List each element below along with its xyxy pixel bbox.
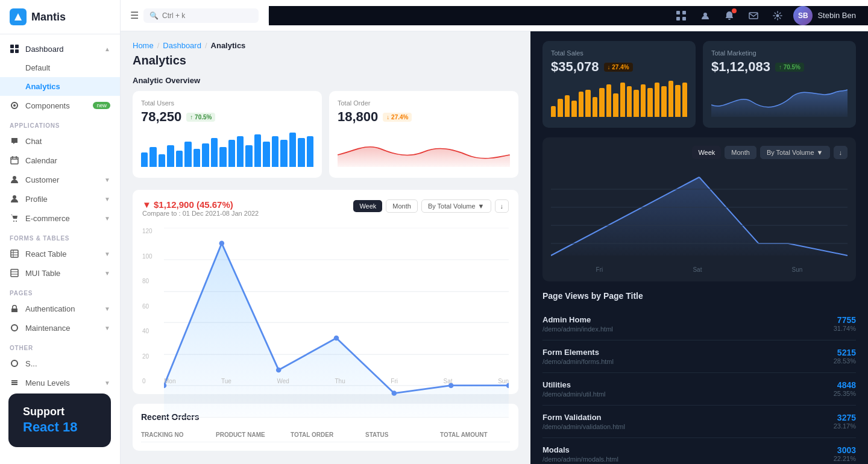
customer-chevron: ▼ — [104, 177, 110, 183]
sidebar-item-menu-levels[interactable]: Menu Levels ▼ — [0, 373, 120, 392]
total-sales-value: $35,078 — [551, 59, 599, 75]
month-button[interactable]: Month — [386, 199, 418, 213]
page-view-item-form-elements: Form Elements /demo/admin/forms.html 521… — [542, 340, 856, 373]
week-button[interactable]: Week — [353, 200, 382, 212]
col-total-amount: TOTAL AMOUNT — [440, 431, 510, 438]
sidebar-item-analytics[interactable]: Analytics — [0, 77, 120, 96]
menu-levels-chevron: ▼ — [104, 380, 110, 386]
sidebar-item-profile[interactable]: Profile ▼ — [0, 189, 120, 208]
maintenance-label: Maintenance — [25, 324, 70, 333]
col-status: STATUS — [365, 431, 435, 438]
react18-popup[interactable]: Support React 18 — [8, 393, 111, 447]
dark-week-button[interactable]: Week — [692, 146, 721, 159]
sidebar-item-customer[interactable]: Customer ▼ — [0, 170, 120, 189]
pages-section-label: Pages — [0, 283, 120, 299]
analytics-label: Analytics — [25, 82, 60, 91]
svg-rect-27 — [676, 11, 680, 14]
components-label: Components — [25, 101, 70, 110]
chat-icon — [10, 136, 19, 146]
user-name: Stebin Ben — [817, 11, 856, 20]
sidebar-item-sample[interactable]: S... — [0, 354, 120, 373]
bar — [620, 83, 625, 117]
page-view-item-utilities: Utilities /demo/admin/util.html 4848 25.… — [542, 373, 856, 406]
svg-point-43 — [219, 240, 225, 246]
total-users-chart — [141, 131, 313, 167]
download-button[interactable]: ↓ — [495, 199, 509, 213]
orders-table-header: TRACKING NO PRODUCT NAME TOTAL ORDER STA… — [141, 428, 510, 442]
sidebar-item-chat[interactable]: Chat — [0, 131, 120, 151]
total-order-label: Total Order — [338, 99, 510, 107]
svg-rect-4 — [15, 49, 19, 53]
bar — [565, 95, 570, 117]
calendar-icon — [10, 155, 19, 165]
sidebar-item-ecommerce[interactable]: E-commerce ▼ — [0, 208, 120, 228]
dashboard-chevron: ▲ — [104, 46, 110, 52]
applications-section-label: Applications — [0, 115, 120, 131]
mail-icon[interactable] — [745, 7, 762, 24]
bar — [655, 83, 659, 117]
breadcrumb-home[interactable]: Home — [133, 41, 154, 50]
chart-x-labels: Mon Tue Wed Thu Fri Sat Sun — [164, 378, 509, 384]
dark-download-button[interactable]: ↓ — [834, 146, 848, 159]
sidebar: Mantis Dashboard ▲ Default Analytics Com… — [0, 0, 121, 464]
auth-chevron: ▼ — [104, 306, 110, 312]
sample-label: S... — [25, 359, 37, 368]
col-product: PRODUCT NAME — [216, 431, 286, 438]
ecommerce-icon — [10, 213, 19, 223]
total-users-value: 78,250 — [141, 109, 181, 125]
pv-pct-admin-home: 31.74% — [834, 325, 856, 332]
svg-rect-29 — [676, 17, 680, 20]
svg-marker-0 — [14, 13, 22, 20]
page-title: Analytics — [133, 54, 518, 67]
total-marketing-label: Total Marketing — [711, 49, 848, 57]
search-box[interactable]: 🔍 — [143, 8, 259, 23]
popup-support-text: Support — [23, 406, 96, 418]
bar — [551, 106, 556, 117]
pv-count-form-validation: 3275 — [834, 413, 856, 422]
sidebar-item-calendar[interactable]: Calendar — [0, 151, 120, 170]
pv-title-modals: Modals — [542, 445, 618, 454]
menu-levels-icon — [10, 378, 19, 387]
sidebar-item-authentication[interactable]: Authentication ▼ — [0, 299, 120, 318]
default-label: Default — [25, 63, 50, 72]
sidebar-item-mui-table[interactable]: MUI Table ▼ — [0, 263, 120, 283]
auth-icon — [10, 304, 19, 313]
pv-title-form-elements: Form Elements — [542, 348, 614, 357]
total-order-value-row: 18,800 ↓ 27.4% — [338, 109, 510, 125]
bar — [272, 136, 278, 167]
apps-icon[interactable] — [673, 7, 690, 24]
dark-vol-button[interactable]: By Total Volume ▼ — [760, 146, 830, 159]
sidebar-item-maintenance[interactable]: Maintenance ▼ — [0, 318, 120, 337]
sidebar-item-dashboard[interactable]: Dashboard ▲ — [0, 39, 120, 58]
top-header: ☰ 🔍 SB Steb — [121, 0, 868, 31]
bar — [647, 88, 652, 117]
sidebar-logo: Mantis — [0, 0, 120, 34]
user-settings-icon[interactable] — [697, 7, 714, 24]
sidebar-item-react-table[interactable]: React Table ▼ — [0, 244, 120, 263]
notification-bell-icon[interactable] — [721, 7, 738, 24]
col-tracking: TRACKING NO — [141, 431, 211, 438]
search-icon: 🔍 — [149, 11, 159, 20]
svg-rect-1 — [10, 45, 14, 48]
breadcrumb-dashboard[interactable]: Dashboard — [163, 41, 201, 50]
bar — [675, 85, 680, 117]
settings-icon[interactable] — [769, 7, 786, 24]
mantis-logo-icon — [10, 8, 27, 25]
bar — [141, 152, 148, 167]
bar — [606, 84, 611, 117]
hamburger-button[interactable]: ☰ — [130, 10, 139, 21]
svg-point-14 — [16, 221, 17, 222]
sidebar-item-components[interactable]: Components new — [0, 96, 120, 115]
volume-button[interactable]: By Total Volume ▼ — [421, 199, 491, 213]
col-total-order: TOTAL ORDER — [291, 431, 360, 438]
dark-month-button[interactable]: Month — [725, 146, 756, 159]
income-overview-header: ▼ $1,12,900 (45.67%) Compare to : 01 Dec… — [142, 199, 509, 224]
stat-card-total-order: Total Order 18,800 ↓ 27.4% — [329, 91, 518, 178]
search-input[interactable] — [162, 11, 253, 20]
user-section[interactable]: SB Stebin Ben — [793, 6, 856, 25]
calendar-label: Calendar — [25, 156, 57, 165]
app-name: Mantis — [31, 11, 66, 24]
sidebar-item-default[interactable]: Default — [0, 58, 120, 77]
other-section-label: Other — [0, 337, 120, 354]
bar — [228, 140, 235, 167]
